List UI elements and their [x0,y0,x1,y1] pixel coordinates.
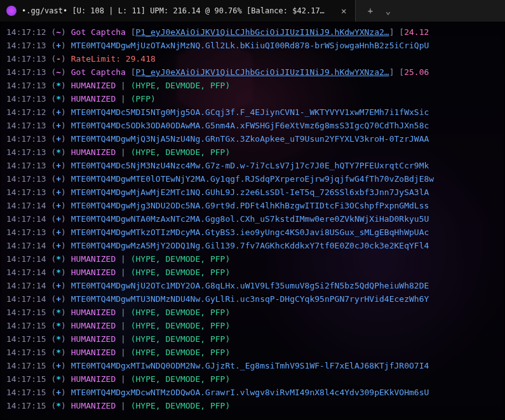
log-timestamp: 14:17:13 [6,174,46,184]
log-line: 14:17:13 (-) RateLimit: 29.418 [6,52,502,65]
log-output: 14:17:12 (~) Got Captcha [P1_eyJ0eXAiOiJ… [0,22,505,416]
terminal-area[interactable]: 14:17:12 (~) Got Captcha [P1_eyJ0eXAiOiJ… [0,22,505,420]
log-timestamp: 14:17:15 [6,374,46,384]
paren-close: ) [61,334,66,344]
log-symbol: * [56,334,61,344]
log-line: 14:17:15 (+) MTE0MTQ4MDgxMDcwNTMzODQwOA.… [6,386,502,399]
log-timestamp: 14:17:15 [6,321,46,330]
captcha-time: 25.06 [404,67,429,77]
log-line: 14:17:13 (+) MTE0MTQ4MDgwMjUzOTAxNjMzNQ.… [6,39,502,52]
log-timestamp: 14:17:13 [6,81,46,90]
humanized-tags: (HYPE, DEVMODE, PFP) [131,254,231,264]
paren-close: ) [61,227,66,237]
log-symbol: + [56,187,61,197]
paren-close: ) [61,54,66,64]
new-tab-button[interactable]: + [365,6,376,16]
separator: | [116,254,130,264]
paren-close: ) [61,174,66,184]
token-text: MTE0MTQ4MDgwNTA0MzAxNTc2MA.Ggg8ol.CXh_uS… [71,214,429,224]
humanized-label: HUMANIZED [71,374,116,384]
log-line: 14:17:15 (*) HUMANIZED | (HYPE, DEVMODE,… [6,372,502,386]
paren-close: ) [61,214,66,224]
paren-close: ) [61,268,66,277]
log-line: 14:17:15 (*) HUMANIZED | (HYPE, DEVMODE,… [6,332,502,346]
humanized-tags: (HYPE, DEVMODE, PFP) [131,374,231,384]
log-line: 14:17:13 (~) Got Captcha [P1_eyJ0eXAiOiJ… [6,65,502,79]
log-line: 14:17:14 (+) MTE0MTQ4MDgwMjg3NDU2ODc5NA.… [6,199,502,212]
titlebar-actions: + ⌄ [356,6,403,16]
token-text: MTE0MTQ4MDc5ODk3ODA0ODAwMA.G5nm4A.xFWSHG… [71,121,429,130]
separator: | [116,348,130,357]
token-text: MTE0MTQ4MDgwMzA5MjY2ODQ1Ng.Gil139.7fv7AG… [71,241,429,250]
log-symbol: ~ [56,67,61,77]
log-timestamp: 14:17:15 [6,361,46,370]
separator: | [116,401,130,410]
log-symbol: + [56,281,61,290]
log-line: 14:17:13 (+) MTE0MTQ4MDgwMjAwMjE2MTc1NQ.… [6,186,502,199]
log-line: 14:17:15 (*) HUMANIZED | (HYPE, DEVMODE,… [6,319,502,332]
paren-close: ) [61,241,66,250]
humanized-tags: (HYPE, DEVMODE, PFP) [131,268,231,277]
separator: | [116,268,130,277]
token-text: MTE0MTQ4MDgwMTU3NDMzNDU4Nw.GyLlRi.uc3nsq… [71,294,429,304]
paren-close: ) [61,201,66,210]
log-line: 14:17:13 (+) MTE0MTQ4MDgwMTkzOTIzMDcyMA.… [6,226,502,239]
log-symbol: * [56,374,61,384]
log-symbol: + [56,161,61,170]
captcha-time: 24.12 [404,27,429,37]
token-text: MTE0MTQ4MDgwMjUzOTAxNjMzNQ.Gll2Lk.bKiiuQ… [71,41,429,50]
paren-close: ) [61,67,66,77]
close-tab-button[interactable]: ✕ [339,6,349,16]
log-timestamp: 14:17:14 [6,268,46,277]
token-text: MTE0MTQ4MDgxMDcwNTMzODQwOA.GrawrI.vlwgv8… [71,388,429,397]
log-symbol: + [56,201,61,210]
log-symbol: * [56,348,61,357]
log-timestamp: 14:17:14 [6,294,46,304]
bracket-open: [ [131,27,136,37]
humanized-tags: (HYPE, DEVMODE, PFP) [131,308,231,317]
tab-dropdown-button[interactable]: ⌄ [382,6,394,16]
log-line: 14:17:14 (+) MTE0MTQ4MDgwNjU2OTc1MDY2OA.… [6,279,502,292]
log-timestamp: 14:17:14 [6,281,46,290]
terminal-tab[interactable]: •.gg/vast• [U: 108 | L: 11] UPM: 216.14 … [0,0,356,22]
log-timestamp: 14:17:13 [6,134,46,144]
tab-app-icon [6,6,17,16]
log-timestamp: 14:17:12 [6,107,46,117]
log-symbol: * [56,268,61,277]
humanized-label: HUMANIZED [71,401,116,410]
token-text: MTE0MTQ4MDc5MDI5NTg0Mjg5OA.GCqj3f.F_4EJi… [71,107,429,117]
humanized-label: HUMANIZED [71,348,116,357]
paren-close: ) [61,121,66,130]
log-line: 14:17:13 (+) MTE0MTQ4MDgwMjQ3NjA5NzU4Ng.… [6,132,502,146]
log-line: 14:17:14 (+) MTE0MTQ4MDgwMzA5MjY2ODQ1Ng.… [6,239,502,252]
log-timestamp: 14:17:13 [6,94,46,104]
paren-close: ) [61,187,66,197]
separator: | [116,308,130,317]
paren-close: ) [61,308,66,317]
paren-close: ) [61,348,66,357]
paren-close: ) [61,81,66,90]
token-text: MTE0MTQ4MDgxMTIwNDQ0ODM2Nw.GJjzRt._Eg8ms… [71,361,429,370]
log-symbol: + [56,241,61,250]
token-text: MTE0MTQ4MDgwMjAwMjE2MTc1NQ.GUhL9J.z2e6Ls… [71,187,429,197]
humanized-tags: (HYPE, DEVMODE, PFP) [131,334,231,344]
log-line: 14:17:13 (*) HUMANIZED | (HYPE, DEVMODE,… [6,79,502,92]
log-line: 14:17:15 (*) HUMANIZED | (HYPE, DEVMODE,… [6,399,502,412]
captcha-label: Got Captcha [71,67,131,77]
log-timestamp: 14:17:15 [6,334,46,344]
paren-close: ) [61,361,66,370]
separator: | [116,374,130,384]
log-line: 14:17:14 (*) HUMANIZED | (HYPE, DEVMODE,… [6,252,502,266]
log-timestamp: 14:17:13 [6,54,46,64]
separator: | [116,147,130,157]
log-symbol: * [56,254,61,264]
paren-close: ) [61,254,66,264]
humanized-label: HUMANIZED [71,321,116,330]
log-timestamp: 14:17:13 [6,161,46,170]
log-symbol: * [56,401,61,410]
humanized-label: HUMANIZED [71,308,116,317]
log-timestamp: 14:17:14 [6,254,46,264]
humanized-label: HUMANIZED [71,81,116,90]
captcha-label: Got Captcha [71,27,131,37]
ratelimit-text: RateLimit: 29.418 [71,54,156,64]
